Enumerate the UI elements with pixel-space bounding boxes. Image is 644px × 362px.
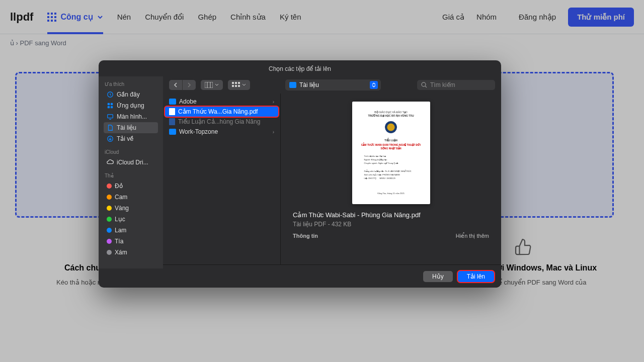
svg-rect-19 bbox=[232, 82, 234, 84]
preview-filename: Cảm Thức Wabi-Sabi - Phùng Gia Năng.pdf bbox=[293, 211, 489, 219]
svg-rect-23 bbox=[235, 85, 237, 87]
tag-color-dot bbox=[107, 195, 112, 200]
svg-point-25 bbox=[422, 82, 426, 86]
nav-forward-button[interactable] bbox=[183, 80, 196, 90]
tag-color-dot bbox=[107, 250, 112, 255]
nav-back-button[interactable] bbox=[169, 80, 183, 90]
chevron-down-icon bbox=[215, 83, 219, 87]
sidebar-item-documents[interactable]: Tài liệu bbox=[104, 122, 158, 133]
sidebar-heading-icloud: iCloud bbox=[105, 149, 158, 155]
show-more-link[interactable]: Hiển thị thêm bbox=[456, 233, 489, 239]
info-label: Thông tin bbox=[293, 233, 318, 239]
sidebar-tag-item[interactable]: Vàng bbox=[104, 203, 158, 214]
tag-color-dot bbox=[107, 239, 112, 244]
sidebar-tag-item[interactable]: Đỏ bbox=[104, 180, 158, 192]
cloud-icon bbox=[107, 159, 114, 166]
sidebar-heading-tags: Thẻ bbox=[105, 173, 158, 178]
grid-icon bbox=[232, 82, 240, 88]
svg-rect-22 bbox=[232, 85, 234, 87]
view-columns-button[interactable] bbox=[201, 80, 223, 90]
file-upload-dialog: Chọn các tệp để tải lên Ưa thích Gần đây… bbox=[99, 60, 501, 288]
svg-rect-15 bbox=[111, 106, 113, 108]
download-icon bbox=[107, 135, 114, 142]
tag-color-dot bbox=[107, 206, 112, 211]
svg-rect-12 bbox=[108, 103, 110, 105]
file-item-folder[interactable]: Adobe› bbox=[165, 97, 278, 107]
sidebar-tag-item[interactable]: Lam bbox=[104, 225, 158, 236]
sidebar-item-apps[interactable]: Ứng dụng bbox=[104, 100, 158, 111]
svg-rect-14 bbox=[108, 106, 110, 108]
desktop-icon bbox=[107, 113, 114, 120]
sidebar-tag-item[interactable]: Lục bbox=[104, 214, 158, 225]
document-icon bbox=[107, 124, 114, 131]
tag-color-dot bbox=[107, 184, 112, 189]
view-grid-button[interactable] bbox=[228, 80, 250, 90]
svg-rect-13 bbox=[111, 103, 113, 105]
sidebar-item-recent[interactable]: Gần đây bbox=[104, 89, 158, 100]
cancel-button[interactable]: Hủy bbox=[423, 271, 453, 282]
svg-rect-24 bbox=[238, 85, 240, 87]
file-item-word[interactable]: Tiểu Luận Cả...hùng Gia Năng bbox=[165, 117, 278, 127]
svg-rect-20 bbox=[235, 82, 237, 84]
folder-icon bbox=[289, 82, 296, 88]
sidebar-item-downloads[interactable]: Tải về bbox=[104, 133, 158, 144]
upload-button[interactable]: Tải lên bbox=[458, 271, 494, 282]
dialog-sidebar: Ưa thích Gần đây Ứng dụng Màn hình... Tà… bbox=[99, 76, 163, 268]
sidebar-tag-item[interactable]: Cam bbox=[104, 192, 158, 203]
dialog-toolbar: Tài liệu Tìm kiếm bbox=[163, 76, 501, 94]
columns-icon bbox=[205, 82, 213, 88]
search-input[interactable]: Tìm kiếm bbox=[417, 80, 495, 90]
tag-color-dot bbox=[107, 228, 112, 233]
preview-meta: Tài liệu PDF - 432 KB bbox=[293, 221, 489, 228]
file-item-folder[interactable]: Work-Topzone› bbox=[165, 127, 278, 137]
chevron-right-icon: › bbox=[273, 99, 274, 105]
chevron-left-icon bbox=[173, 82, 178, 88]
document-icon bbox=[169, 108, 175, 115]
dialog-title: Chọn các tệp để tải lên bbox=[99, 60, 501, 76]
word-doc-icon bbox=[169, 118, 175, 125]
search-icon bbox=[421, 82, 427, 88]
dialog-footer: Hủy Tải lên bbox=[163, 264, 501, 288]
svg-rect-21 bbox=[238, 82, 240, 84]
sidebar-item-desktop[interactable]: Màn hình... bbox=[104, 111, 158, 122]
svg-rect-16 bbox=[108, 115, 113, 118]
location-dropdown[interactable]: Tài liệu bbox=[285, 79, 381, 90]
svg-rect-18 bbox=[205, 82, 213, 88]
chevron-right-icon bbox=[187, 82, 192, 88]
file-preview-panel: BỘ GIÁO DỤC VÀ ĐÀO TẠO TRƯỜNG ĐẠI HỌC BÀ… bbox=[281, 94, 501, 268]
preview-thumbnail: BỘ GIÁO DỤC VÀ ĐÀO TẠO TRƯỜNG ĐẠI HỌC BÀ… bbox=[352, 102, 430, 204]
tag-color-dot bbox=[107, 217, 112, 222]
folder-icon bbox=[169, 99, 176, 105]
school-crest-icon bbox=[384, 121, 397, 134]
file-list: Adobe› Cảm Thức Wa...Gia Năng.pdf Tiểu L… bbox=[163, 94, 281, 268]
chevron-down-icon bbox=[242, 83, 246, 87]
svg-point-27 bbox=[387, 123, 394, 131]
location-label: Tài liệu bbox=[299, 81, 319, 88]
sidebar-tag-item[interactable]: Xám bbox=[104, 247, 158, 258]
sidebar-item-icloud[interactable]: iCloud Dri... bbox=[104, 157, 158, 168]
file-item-pdf-selected[interactable]: Cảm Thức Wa...Gia Năng.pdf bbox=[165, 107, 278, 117]
apps-icon bbox=[107, 102, 114, 109]
chevron-right-icon: › bbox=[273, 129, 274, 135]
sidebar-heading-favorites: Ưa thích bbox=[105, 81, 158, 87]
folder-icon bbox=[169, 129, 176, 135]
sidebar-tag-item[interactable]: Tía bbox=[104, 236, 158, 247]
clock-icon bbox=[107, 91, 114, 98]
dropdown-arrows-icon bbox=[370, 81, 378, 89]
